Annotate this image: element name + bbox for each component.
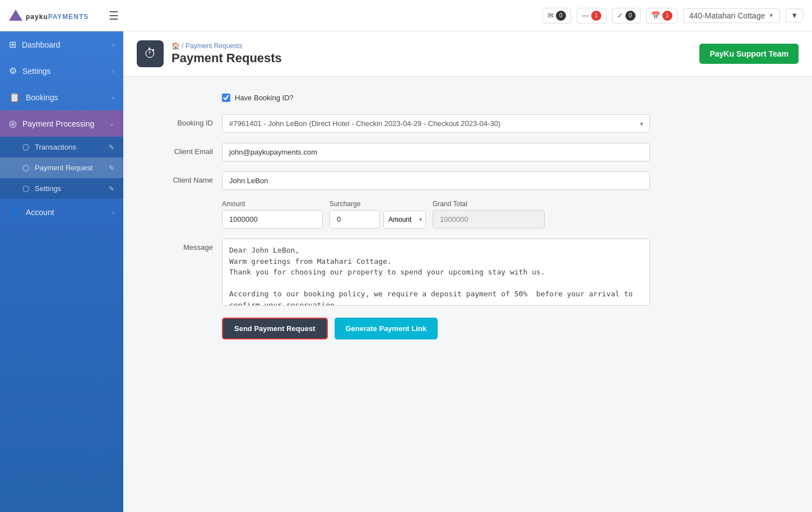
property-name: 440-Matahari Cottage: [689, 11, 765, 20]
sidebar-item-dashboard[interactable]: ⊞ Dashboard ›: [0, 31, 123, 58]
edit-icon: ✎: [109, 164, 114, 172]
amount-block: Amount: [222, 200, 323, 229]
button-row: Send Payment Request Generate Payment Li…: [222, 318, 650, 339]
account-icon: 👤: [9, 207, 20, 217]
sidebar-item-transactions[interactable]: ◯ Transactions ✎: [0, 137, 123, 157]
page-header: ⏱ 🏠 / Payment Requests Payment Requests …: [123, 31, 812, 77]
breadcrumb-text: / Payment Requests: [182, 42, 242, 50]
calendar-icon: 📅: [651, 11, 660, 20]
surcharge-label: Surcharge: [330, 200, 426, 208]
main-layout: ⊞ Dashboard › ⚙ Settings › 📋 Bookings › …: [0, 31, 812, 512]
payment-settings-circle-icon: ◯: [22, 185, 29, 192]
amount-field-label: Amount: [222, 200, 323, 208]
amount-input[interactable]: [222, 210, 323, 229]
sidebar-label-dashboard: Dashboard: [22, 40, 61, 49]
sidebar-item-bookings[interactable]: 📋 Bookings ›: [0, 84, 123, 110]
sidebar-label-payment-processing: Payment Processing: [22, 119, 94, 128]
chevron-right-icon: ›: [112, 209, 114, 216]
hamburger-icon[interactable]: ☰: [109, 9, 119, 22]
booking-id-select[interactable]: #7961401 - John LeBon (Direct Hotel - Ch…: [222, 114, 650, 133]
sidebar-label-payment-settings: Settings: [35, 184, 61, 193]
message-label: Message: [146, 239, 213, 252]
sidebar-item-account[interactable]: 👤 Account ›: [0, 199, 123, 225]
payment-request-circle-icon: ◯: [22, 164, 29, 171]
logo-text: paykuPAYMENTS: [26, 9, 89, 21]
booking-id-label: Booking ID: [146, 114, 213, 127]
page-icon: ⏱: [144, 46, 156, 61]
surcharge-input[interactable]: [330, 210, 380, 229]
payment-sub-menu: ◯ Transactions ✎ ◯ Payment Request ✎ ◯ S…: [0, 137, 123, 199]
have-booking-id-label: Have Booking ID?: [235, 94, 294, 102]
send-payment-request-button[interactable]: Send Payment Request: [222, 318, 328, 339]
chevron-down-icon: ▼: [791, 11, 798, 20]
surcharge-block: Surcharge Amount Percent: [330, 200, 426, 229]
notification-email[interactable]: ✉ 0: [542, 8, 571, 24]
client-name-row: Client Name: [146, 171, 650, 190]
amount-row: Amount Surcharge Amount Percent: [146, 200, 650, 229]
support-button[interactable]: PayKu Support Team: [699, 44, 799, 64]
page-icon-box: ⏱: [137, 40, 164, 67]
sidebar-label-transactions: Transactions: [35, 143, 76, 151]
top-header: paykuPAYMENTS ☰ ✉ 0 — 1 ✓ 0 📅 1 440-Mata…: [0, 0, 812, 31]
edit-icon: ✎: [109, 143, 114, 151]
chevron-right-icon: ›: [112, 94, 114, 101]
client-name-input[interactable]: [222, 171, 650, 190]
sidebar: ⊞ Dashboard › ⚙ Settings › 📋 Bookings › …: [0, 31, 123, 512]
chevron-down-icon: ⌄: [109, 120, 114, 127]
page-title: Payment Requests: [171, 51, 282, 66]
property-selector[interactable]: 440-Matahari Cottage ▼: [683, 8, 780, 23]
check-icon: ✓: [617, 11, 623, 20]
logo: paykuPAYMENTS: [9, 9, 89, 22]
client-email-row: Client Email: [146, 143, 650, 161]
transactions-circle-icon: ◯: [22, 143, 29, 151]
sidebar-item-payment-settings[interactable]: ◯ Settings ✎: [0, 178, 123, 199]
form-area: Have Booking ID? Booking ID #7961401 - J…: [123, 77, 672, 356]
sidebar-label-settings: Settings: [22, 67, 51, 76]
calendar-badge: 1: [662, 11, 672, 21]
booking-id-select-wrapper: #7961401 - John LeBon (Direct Hotel - Ch…: [222, 114, 650, 133]
sidebar-label-bookings: Bookings: [26, 93, 58, 102]
have-booking-id-row: Have Booking ID?: [222, 94, 650, 102]
notification-calendar[interactable]: 📅 1: [646, 8, 678, 24]
content-area: ⏱ 🏠 / Payment Requests Payment Requests …: [123, 31, 812, 512]
sidebar-label-account: Account: [26, 208, 54, 217]
notification-check[interactable]: ✓ 0: [612, 8, 641, 24]
message-textarea[interactable]: Dear John LeBon, Warm greetings from Mat…: [222, 239, 650, 306]
edit-icon: ✎: [109, 185, 114, 193]
client-email-label: Client Email: [146, 143, 213, 156]
payment-processing-icon: ◎: [9, 118, 17, 129]
header-extra-dropdown[interactable]: ▼: [786, 8, 803, 22]
have-booking-id-checkbox[interactable]: [222, 94, 230, 102]
check-badge: 0: [625, 11, 635, 21]
property-dropdown-arrow: ▼: [768, 12, 774, 18]
dash-badge: 1: [591, 11, 601, 21]
notification-dash[interactable]: — 1: [577, 8, 606, 24]
sidebar-label-payment-request: Payment Request: [35, 164, 92, 172]
email-badge: 0: [556, 11, 566, 21]
grand-total-input: [433, 210, 545, 229]
chevron-right-icon: ›: [112, 68, 114, 75]
message-wrapper: Dear John LeBon, Warm greetings from Mat…: [222, 239, 650, 308]
sidebar-item-payment-processing[interactable]: ◎ Payment Processing ⌄: [0, 110, 123, 137]
client-email-input[interactable]: [222, 143, 650, 161]
surcharge-type-wrapper: Amount Percent: [383, 211, 426, 229]
booking-id-row: Booking ID #7961401 - John LeBon (Direct…: [146, 114, 650, 133]
email-icon: ✉: [547, 11, 554, 20]
surcharge-type-select[interactable]: Amount Percent: [383, 211, 426, 229]
bookings-icon: 📋: [9, 92, 20, 103]
generate-payment-link-button[interactable]: Generate Payment Link: [335, 318, 438, 339]
sidebar-item-settings[interactable]: ⚙ Settings ›: [0, 58, 123, 84]
chevron-right-icon: ›: [112, 41, 114, 48]
header-right: ✉ 0 — 1 ✓ 0 📅 1 440-Matahari Cottage ▼ ▼: [542, 8, 803, 24]
settings-icon: ⚙: [9, 66, 17, 76]
sidebar-item-payment-request[interactable]: ◯ Payment Request ✎: [0, 157, 123, 178]
amount-group: Amount Surcharge Amount Percent: [222, 200, 650, 229]
message-row: Message Dear John LeBon, Warm greetings …: [146, 239, 650, 308]
grand-total-block: Grand Total: [433, 200, 545, 229]
breadcrumb-link[interactable]: 🏠: [171, 42, 180, 50]
grand-total-label: Grand Total: [433, 200, 545, 208]
dashboard-icon: ⊞: [9, 39, 16, 50]
breadcrumb: 🏠 / Payment Requests: [171, 42, 282, 50]
logo-triangle: [9, 10, 22, 21]
amount-label: [146, 200, 213, 204]
